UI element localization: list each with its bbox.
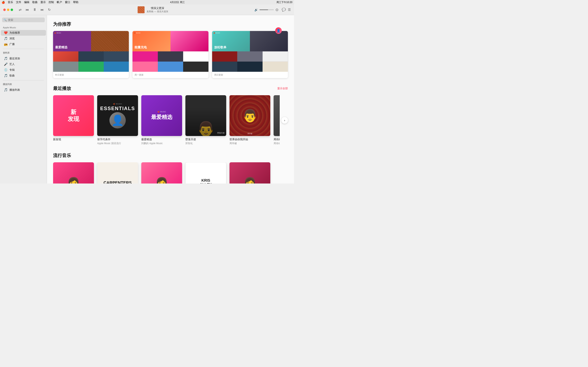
popular-card-4[interactable]: KRISALLEN: [185, 162, 226, 184]
relax-card[interactable]: 🍎 MUSIC 放松歌单: [212, 31, 288, 78]
menu-song[interactable]: 歌曲: [32, 0, 38, 4]
now-playing: 情深义更深 袁凤钱 — 皇后大道东: [53, 6, 253, 13]
card-thumb-1: [250, 31, 288, 51]
radio-icon: 📻: [4, 42, 8, 46]
artists-icon: 🎤: [4, 62, 8, 66]
sidebar-item-browse[interactable]: 🎵 浏览: [1, 36, 46, 42]
menu-file[interactable]: 文件: [16, 0, 21, 4]
mini-art-5: [78, 62, 104, 72]
for-you-header: 为你推荐: [53, 21, 288, 27]
recent-card-fallen-angel[interactable]: 👨 堕落天使 堕落天使 郑智化: [185, 95, 226, 145]
popular-card-3[interactable]: 👩: [141, 162, 182, 184]
popular-card-5[interactable]: 👩: [229, 162, 270, 184]
search-bar[interactable]: 🔍: [2, 17, 45, 22]
album-thumbnail: [138, 6, 145, 13]
popular-card-2[interactable]: CARPENTERS: [97, 162, 138, 184]
mini-art-3: [183, 51, 208, 62]
menu-help[interactable]: 帮助: [73, 0, 78, 4]
menu-account[interactable]: 帐户: [57, 0, 62, 4]
card-inner: 🍎 MUSIC 放松歌单: [212, 31, 288, 72]
app-window: ⇄ ⏮ ⏸ ⏭ ↻ 情深义更深 袁凤钱 — 皇后大道东 🔊 ⊙ 💬 ☰: [0, 4, 294, 184]
mini-art-5: [158, 62, 183, 72]
albums-icon: 💿: [4, 68, 8, 72]
card-subtitle: Apple Music 国语流行: [97, 142, 138, 145]
mini-art-6: [183, 62, 208, 72]
popular-music-grid: 👩 CARPENTERS 👩: [53, 162, 288, 184]
menu-view[interactable]: 显示: [40, 0, 46, 4]
apple-logo: 🍎: [2, 1, 5, 4]
menu-window[interactable]: 窗口: [65, 0, 70, 4]
card-footer: 周日更新: [212, 72, 288, 78]
apple-music-badge: 🍎 MUSIC: [134, 32, 141, 34]
card-inner: 🍎 MUSIC 最爱精选: [53, 31, 129, 72]
mini-art-2: [78, 51, 104, 62]
apple-music-badge: 🍎 MUSIC: [54, 32, 61, 34]
sidebar-item-for-you[interactable]: ❤️ 为你推荐: [1, 30, 46, 36]
recent-card-zhang-essentials[interactable]: 🍎 MUSIC ESSENTIALS 👤 张字代表作 Apple Music 国…: [97, 95, 138, 145]
card-title: 放松歌单: [214, 45, 248, 49]
volume-icon: 🔊: [254, 8, 258, 11]
popular-music-section: 流行音乐 👩 CARPENTERS: [53, 152, 288, 184]
recent-card-favorites[interactable]: 🍎 MUSIC 最爱精选 最爱精选 刘鹏的 Apple Music: [141, 95, 182, 145]
profile-icon[interactable]: 👤: [275, 27, 282, 34]
energy-card[interactable]: 🍎 MUSIC 能量充电: [132, 31, 208, 78]
close-button[interactable]: [3, 8, 6, 11]
apple-music-section-label: Apple Music: [0, 25, 47, 30]
titlebar-actions: 💬 ☰: [282, 8, 291, 12]
scroll-right-button[interactable]: ›: [281, 117, 288, 124]
recent-card-music-chronicle[interactable]: MuSic周传雄 周传雄音乐记事本辑 周传雄: [274, 95, 280, 145]
sidebar-item-playlist[interactable]: 🎵 播放列表: [1, 87, 46, 93]
menu-button[interactable]: ☰: [288, 8, 291, 12]
popular-card-1[interactable]: 👩: [53, 162, 94, 184]
card-art: 👩: [53, 162, 94, 184]
card-subtitle: 郑智化: [185, 142, 226, 145]
card-art: CARPENTERS: [97, 162, 138, 184]
main-area: 🔍 Apple Music ❤️ 为你推荐 🎵 浏览 📻 广播 资料库 🎵 最近…: [0, 15, 294, 184]
lyrics-button[interactable]: 💬: [282, 8, 286, 12]
pause-button[interactable]: ⏸: [32, 7, 37, 13]
card-title: 最爱精选: [55, 45, 89, 49]
card-thumb-1: [91, 31, 129, 51]
next-button[interactable]: ⏭: [40, 7, 45, 12]
menu-edit[interactable]: 编辑: [24, 0, 29, 4]
sidebar-item-recently-added[interactable]: 🎵 最近添加: [1, 56, 46, 61]
sidebar-divider-2: [3, 80, 44, 80]
minimize-button[interactable]: [7, 8, 9, 11]
for-you-title: 为你推荐: [53, 21, 71, 27]
sidebar-item-albums[interactable]: 💿 专辑: [1, 67, 46, 73]
maximize-button[interactable]: [11, 8, 13, 11]
menu-control[interactable]: 控制: [49, 0, 54, 4]
sidebar-item-label: 为你推荐: [9, 31, 20, 35]
card-subtitle: 刘鹏的 Apple Music: [141, 142, 182, 145]
recent-card-world-begins[interactable]: 👨 周华健 世界由你我开始 周华健: [229, 95, 270, 145]
card-title: 世界由你我开始: [229, 138, 270, 141]
shuffle-button[interactable]: ⇄: [18, 7, 22, 12]
volume-slider[interactable]: [259, 9, 274, 10]
sidebar-item-songs[interactable]: 🎵 歌曲: [1, 73, 46, 78]
show-all-recent-button[interactable]: 显示全部: [277, 87, 288, 90]
card-subtitle: 周传雄: [274, 142, 280, 145]
sidebar-item-label: 专辑: [9, 68, 15, 72]
airplay-button[interactable]: ⊙: [276, 8, 278, 12]
mini-art-1: [212, 51, 237, 62]
recent-card-new-discovery[interactable]: 新发现 新发现: [53, 95, 94, 145]
sidebar-item-radio[interactable]: 📻 广播: [1, 42, 46, 47]
traffic-lights: [3, 8, 13, 11]
previous-button[interactable]: ⏮: [25, 7, 30, 12]
heart-icon: ❤️: [4, 31, 8, 35]
songs-icon: 🎵: [4, 74, 8, 77]
sidebar-item-artists[interactable]: 🎤 艺人: [1, 61, 46, 67]
library-section-label: 资料库: [0, 50, 47, 56]
repeat-button[interactable]: ↻: [47, 7, 52, 12]
card-title: 新发现: [53, 138, 94, 141]
apple-music-badge: 🍎 MUSIC: [213, 32, 220, 34]
favorites-card[interactable]: 🍎 MUSIC 最爱精选: [53, 31, 129, 78]
titlebar: ⇄ ⏮ ⏸ ⏭ ↻ 情深义更深 袁凤钱 — 皇后大道东 🔊 ⊙ 💬 ☰: [0, 4, 294, 15]
card-thumb-1: [171, 31, 208, 51]
sidebar-divider-1: [3, 49, 44, 49]
search-input[interactable]: [8, 18, 43, 21]
menu-music[interactable]: 音乐: [8, 0, 13, 4]
recently-played-grid: 新发现 新发现 🍎 MUSIC ESSENTIALS: [53, 95, 280, 145]
mini-art-1: [53, 51, 78, 62]
menubar-time: 周三下午10:20: [277, 1, 292, 4]
